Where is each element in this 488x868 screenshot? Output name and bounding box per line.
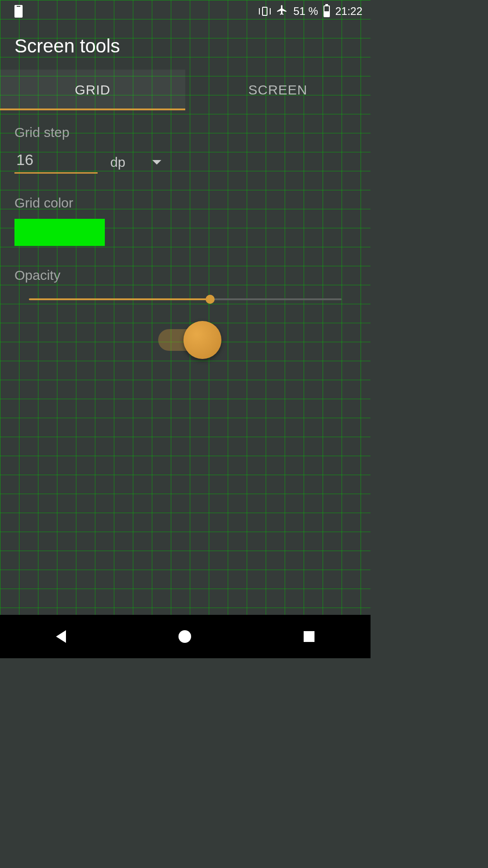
tab-bar: GRID SCREEN (0, 70, 371, 110)
opacity-slider[interactable] (29, 298, 342, 300)
toggle-knob (183, 321, 221, 359)
grid-enable-toggle[interactable] (158, 329, 212, 351)
grid-color-swatch[interactable] (14, 219, 105, 246)
vibrate-icon (259, 5, 271, 17)
grid-step-input[interactable]: 16 (14, 148, 98, 174)
tab-screen[interactable]: SCREEN (185, 70, 371, 110)
opacity-label: Opacity (14, 268, 356, 283)
nav-recent-button[interactable] (304, 631, 314, 642)
grid-color-label: Grid color (14, 195, 356, 211)
nav-home-button[interactable] (178, 630, 191, 643)
navigation-bar (0, 615, 371, 658)
tab-screen-label: SCREEN (248, 82, 307, 98)
nav-back-button[interactable] (56, 630, 66, 643)
page-title: Screen tools (14, 35, 356, 57)
grid-step-unit-select[interactable]: dp (110, 155, 161, 174)
opacity-slider-thumb[interactable] (206, 295, 215, 304)
tab-grid-label: GRID (75, 82, 111, 98)
battery-icon (324, 5, 330, 17)
grid-step-label: Grid step (14, 125, 356, 140)
grid-step-unit: dp (110, 155, 125, 170)
sim-card-icon (14, 5, 23, 18)
clock: 21:22 (335, 5, 362, 18)
status-bar: 51 % 21:22 (0, 0, 371, 23)
app-title-bar: Screen tools (0, 23, 371, 70)
airplane-mode-icon (276, 4, 288, 19)
chevron-down-icon (152, 160, 161, 165)
battery-percent: 51 % (293, 5, 318, 18)
tab-grid[interactable]: GRID (0, 70, 185, 110)
opacity-slider-fill (29, 298, 210, 300)
